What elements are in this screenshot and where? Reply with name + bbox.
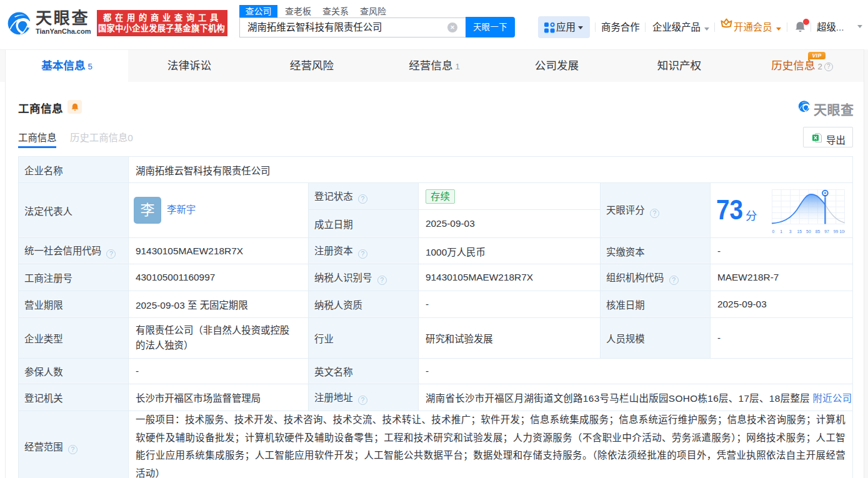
svg-text:50: 50: [806, 229, 811, 234]
svg-text:97: 97: [824, 229, 829, 234]
svg-text:100: 100: [839, 229, 845, 234]
svg-text:85: 85: [816, 229, 821, 234]
svg-text:99: 99: [834, 229, 839, 234]
svg-text:0: 0: [772, 229, 775, 234]
svg-text:15: 15: [797, 229, 802, 234]
svg-text:3: 3: [789, 229, 792, 234]
svg-text:1: 1: [780, 229, 782, 234]
